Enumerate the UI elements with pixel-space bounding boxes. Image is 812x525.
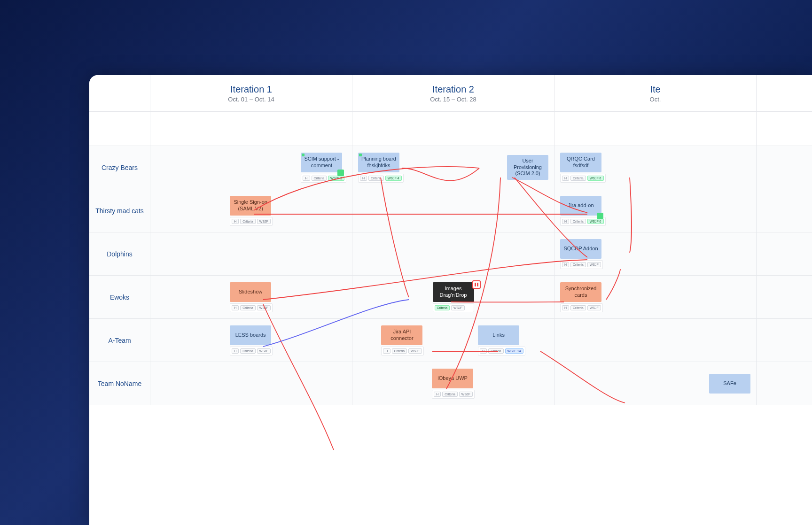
cell[interactable] bbox=[150, 362, 352, 405]
cell[interactable]: Single Sign-on (SAML V2) H Criteria WSJF bbox=[150, 189, 352, 232]
team-row-thirsty-cats: Thirsty mad cats Single Sign-on (SAML V2… bbox=[89, 189, 812, 232]
meta-chip: H bbox=[383, 348, 390, 354]
cell[interactable]: SCIM support - comment H Criteria WSJF 3 bbox=[150, 146, 352, 189]
pause-icon bbox=[472, 280, 481, 289]
card-label: QRQC Card fsdfsdf bbox=[562, 156, 600, 169]
meta-chip: H bbox=[434, 392, 441, 397]
meta-chip: H bbox=[480, 348, 487, 354]
card-label: Links bbox=[492, 332, 505, 339]
meta-chip: Criteria bbox=[240, 305, 256, 310]
card-slideshow[interactable]: Slideshow bbox=[230, 282, 271, 302]
card-label: SAFe bbox=[723, 380, 736, 387]
iteration-header-1[interactable]: Iteration 1 Oct. 01 – Oct. 14 bbox=[150, 75, 352, 111]
card-meta: H Criteria WSJF 6 bbox=[560, 174, 606, 183]
iteration-header-3[interactable]: Ite Oct. bbox=[554, 75, 757, 111]
meta-chip: WSJF bbox=[257, 219, 271, 224]
meta-chip: Criteria bbox=[570, 262, 586, 267]
card-user-provisioning[interactable]: User Provisioning (SCIM 2.0) bbox=[507, 155, 548, 180]
iteration-dates: Oct. bbox=[650, 96, 661, 103]
card-links[interactable]: Links bbox=[478, 325, 519, 345]
meta-chip: WSJF 3 bbox=[328, 176, 344, 181]
meta-chip: H bbox=[562, 219, 569, 224]
card-sso[interactable]: Single Sign-on (SAML V2) bbox=[230, 196, 271, 216]
card-label: iObeya UWP bbox=[437, 375, 468, 382]
meta-chip: H bbox=[562, 262, 569, 267]
card-label: SQCDP Addon bbox=[563, 246, 598, 252]
meta-chip: Criteria bbox=[392, 348, 407, 354]
team-row-crazy-bears: Crazy Bears SCIM support - comment H Cri… bbox=[89, 146, 812, 189]
cell[interactable]: iObeya UWP H Criteria WSJF bbox=[352, 362, 554, 405]
meta-chip: Criteria bbox=[312, 176, 327, 181]
card-sqcdp[interactable]: SQCDP Addon bbox=[560, 239, 601, 259]
card-label: Synchronized cards bbox=[562, 286, 600, 299]
card-label: SCIM support - comment bbox=[303, 156, 340, 169]
cell[interactable]: QRQC Card fsdfsdf H Criteria WSJF 6 bbox=[554, 146, 757, 189]
planning-board: Iteration 1 Oct. 01 – Oct. 14 Iteration … bbox=[89, 75, 812, 525]
team-label: Ewoks bbox=[89, 276, 150, 318]
card-jira-api[interactable]: Jira API connector bbox=[381, 325, 422, 345]
card-qrqc[interactable]: QRQC Card fsdfsdf bbox=[560, 153, 601, 172]
team-label: Thirsty mad cats bbox=[89, 189, 150, 232]
cell[interactable] bbox=[150, 232, 352, 275]
meta-chip: Criteria bbox=[570, 219, 586, 224]
card-label: Single Sign-on (SAML V2) bbox=[232, 199, 269, 212]
flag-icon bbox=[337, 170, 344, 176]
cell[interactable]: SQCDP Addon H Criteria WSJF bbox=[554, 232, 757, 275]
card-label: Planning board fhskjhfdks bbox=[360, 156, 398, 169]
card-meta: H Criteria WSJF bbox=[230, 303, 273, 312]
cell[interactable] bbox=[352, 189, 554, 232]
iteration-header-2[interactable]: Iteration 2 Oct. 15 – Oct. 28 bbox=[352, 75, 554, 111]
meta-chip: Criteria bbox=[435, 305, 450, 310]
cell[interactable]: SAFe bbox=[554, 362, 757, 405]
cell[interactable]: LESS boards H Criteria WSJF bbox=[150, 319, 352, 362]
meta-chip: H bbox=[232, 219, 239, 224]
meta-chip: Criteria bbox=[240, 219, 256, 224]
card-safe[interactable]: SAFe bbox=[709, 374, 750, 394]
meta-chip: WSJF bbox=[459, 392, 473, 397]
iteration-dates: Oct. 15 – Oct. 28 bbox=[430, 96, 476, 103]
meta-chip: WSJF 6 bbox=[587, 176, 604, 181]
card-label: Jira add-on bbox=[568, 202, 593, 209]
card-jira-addon[interactable]: Jira add-on bbox=[560, 196, 601, 216]
meta-chip: Criteria bbox=[570, 305, 586, 310]
card-sync-cards[interactable]: Synchronized cards bbox=[560, 282, 601, 302]
card-iobeya[interactable]: iObeya UWP bbox=[432, 369, 473, 388]
card-meta: H Criteria WSJF bbox=[560, 260, 603, 269]
cell[interactable] bbox=[352, 232, 554, 275]
card-meta: H Criteria WSJF bbox=[381, 347, 424, 355]
card-scim-support[interactable]: SCIM support - comment bbox=[301, 153, 342, 172]
status-dot-icon bbox=[359, 154, 362, 156]
card-images-dnd[interactable]: Images Drag'n'Drop bbox=[433, 282, 474, 302]
card-less-boards[interactable]: LESS boards bbox=[230, 325, 271, 345]
card-planning-board[interactable]: Planning board fhskjhfdks bbox=[358, 153, 399, 172]
card-label: User Provisioning (SCIM 2.0) bbox=[509, 158, 547, 177]
header-spacer bbox=[89, 75, 150, 111]
cell[interactable]: Jira API connector H Criteria WSJF Links bbox=[352, 319, 554, 362]
iteration-title: Iteration 1 bbox=[230, 84, 272, 95]
meta-chip: H bbox=[562, 305, 569, 310]
card-label: LESS boards bbox=[235, 332, 266, 339]
meta-chip: H bbox=[232, 305, 239, 310]
meta-chip: Criteria bbox=[368, 176, 384, 181]
flag-icon bbox=[597, 213, 603, 219]
meta-chip: WSJF 14 bbox=[505, 348, 523, 354]
team-row-a-team: A-Team LESS boards H Criteria WSJF bbox=[89, 318, 812, 362]
cell[interactable]: Jira add-on H Criteria WSJF 6 bbox=[554, 189, 757, 232]
meta-chip: H bbox=[562, 176, 569, 181]
card-meta: H Criteria WSJF bbox=[230, 347, 273, 355]
grid-body: Crazy Bears SCIM support - comment H Cri… bbox=[89, 112, 812, 405]
meta-chip: WSJF bbox=[587, 262, 601, 267]
cell[interactable]: Images Drag'n'Drop Criteria WSJF bbox=[352, 276, 554, 318]
meta-chip: Criteria bbox=[240, 348, 256, 354]
cell[interactable] bbox=[554, 319, 757, 362]
cell[interactable]: Synchronized cards H Criteria WSJF bbox=[554, 276, 757, 318]
card-label: Slideshow bbox=[239, 289, 262, 295]
meta-chip: Criteria bbox=[570, 176, 586, 181]
status-dot-icon bbox=[302, 154, 304, 156]
cell[interactable]: Planning board fhskjhfdks H Criteria WSJ… bbox=[352, 146, 554, 189]
cell[interactable]: Slideshow H Criteria WSJF bbox=[150, 276, 352, 318]
meta-chip: WSJF bbox=[257, 348, 271, 354]
card-meta: Criteria WSJF bbox=[433, 303, 474, 312]
team-label: Team NoName bbox=[89, 362, 150, 405]
meta-chip: Criteria bbox=[442, 392, 458, 397]
